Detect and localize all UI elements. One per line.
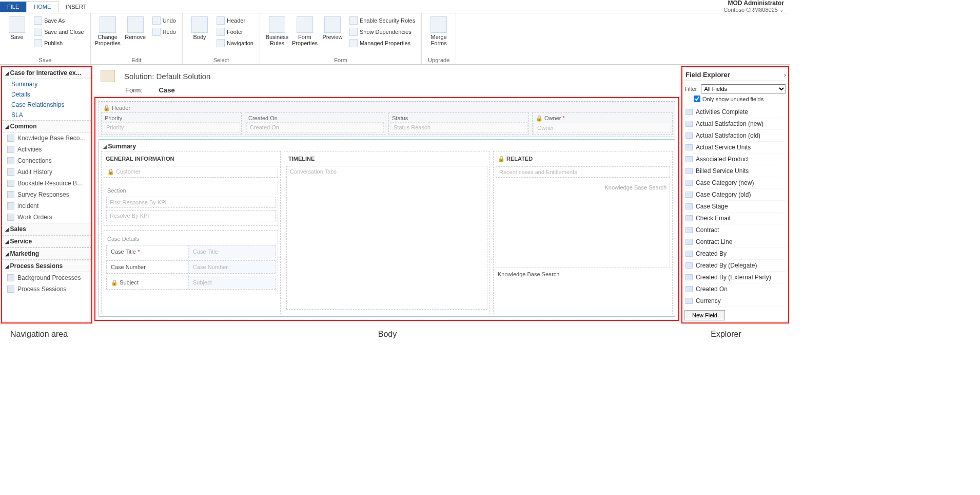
nav-item[interactable]: Work Orders (2, 212, 91, 223)
resolve-by-kpi-field[interactable]: Resolve By KPI (106, 210, 276, 221)
tab-home[interactable]: HOME (26, 1, 58, 12)
kb-search-box[interactable]: Knowledge Base Search (496, 181, 670, 268)
nav-item[interactable]: Audit History (2, 166, 91, 178)
field-item[interactable]: Associated Product (684, 154, 786, 165)
nav-item[interactable]: incident (2, 200, 91, 212)
nav-sub-item[interactable]: Case Relationships (2, 100, 91, 110)
field-item[interactable]: Created By (684, 248, 786, 260)
kpi-section[interactable]: Section First Response By KPI Resolve By… (104, 182, 278, 226)
field-item[interactable]: Currency (684, 295, 786, 307)
field-item[interactable]: Contract (684, 224, 786, 236)
preview-button[interactable]: Preview (320, 15, 345, 41)
nav-sub-item[interactable]: SLA (2, 110, 91, 120)
nav-item[interactable]: Activities (2, 144, 91, 155)
nav-item[interactable]: Connections (2, 155, 91, 166)
field-item[interactable]: Created On (684, 283, 786, 295)
case-details-section[interactable]: Case Details Case Title *Case TitleCase … (104, 230, 278, 294)
filter-select[interactable]: All Fields (701, 84, 786, 93)
header-cell[interactable]: StatusStatus Reason (388, 112, 529, 135)
only-unused-checkbox[interactable]: Only show unused fields (694, 96, 786, 102)
label-body: Body (103, 330, 672, 339)
field-item[interactable]: Case Category (old) (684, 189, 786, 201)
chevron-right-icon[interactable]: › (784, 71, 786, 79)
detail-row[interactable]: Case Title *Case Title (106, 245, 276, 258)
managed-properties-button[interactable]: Managed Properties (347, 38, 417, 48)
nav-item[interactable]: Background Processes (2, 272, 91, 283)
ribbon: Save Save As Save and Close Publish Save… (0, 13, 790, 65)
field-item[interactable]: Actual Satisfaction (new) (684, 118, 786, 130)
field-item[interactable]: Case Category (new) (684, 177, 786, 189)
body-button[interactable]: Body (187, 15, 212, 41)
nav-item[interactable]: Survey Responses (2, 189, 91, 200)
nav-item[interactable]: Knowledge Base Reco… (2, 132, 91, 144)
field-item[interactable]: Actual Satisfaction (old) (684, 130, 786, 142)
footer-button[interactable]: Footer (214, 27, 256, 37)
remove-icon (127, 16, 144, 33)
nav-common-header[interactable]: Common (2, 120, 91, 132)
field-item[interactable]: Activities Complete (684, 106, 786, 118)
nav-item[interactable]: Bookable Resource B… (2, 178, 91, 189)
nav-marketing-header[interactable]: Marketing (2, 247, 91, 260)
detail-row[interactable]: Case NumberCase Number (106, 260, 276, 274)
nav-sales-header[interactable]: Sales (2, 223, 91, 235)
top-tab-bar: FILE HOME INSERT MOD Administrator Conto… (0, 0, 790, 13)
summary-title[interactable]: Summary (101, 142, 673, 151)
label-explorer: Explorer (672, 330, 780, 339)
field-item[interactable]: Contract Line (684, 236, 786, 248)
field-item[interactable]: Billed Service Units (684, 165, 786, 177)
conversation-tabs-field[interactable]: Conversation Tabs (286, 166, 487, 310)
detail-row[interactable]: 🔒 SubjectSubject (106, 276, 276, 290)
customer-field[interactable]: 🔒 Customer (104, 166, 278, 178)
summary-tab[interactable]: Summary GENERAL INFORMATION 🔒 Customer S… (99, 139, 675, 317)
nav-item[interactable]: Process Sessions (2, 283, 91, 295)
form-properties-button[interactable]: Form Properties (292, 15, 318, 47)
enable-security-button[interactable]: Enable Security Roles (347, 15, 417, 26)
recent-cases-field[interactable]: Recent cases and Entitlements (496, 166, 670, 178)
nav-service-header[interactable]: Service (2, 235, 91, 247)
field-item[interactable]: Actual Service Units (684, 142, 786, 154)
field-icon (685, 298, 693, 304)
field-icon (685, 156, 693, 162)
header-cell[interactable]: 🔒 Owner *Owner (532, 112, 673, 135)
navigation-pane: Case for Interactive ex… SummaryDetailsC… (1, 66, 92, 323)
header-cell[interactable]: Created OnCreated On (245, 112, 385, 135)
show-dependencies-button[interactable]: Show Dependencies (347, 27, 417, 37)
field-icon (685, 262, 693, 269)
publish-button[interactable]: Publish (32, 38, 86, 48)
new-field-button[interactable]: New Field (684, 310, 725, 320)
save-as-button[interactable]: Save As (32, 15, 86, 26)
business-rules-button[interactable]: Business Rules (264, 15, 290, 47)
nav-sub-item[interactable]: Summary (2, 79, 91, 89)
header-cell[interactable]: PriorityPriority (101, 112, 242, 135)
tab-insert[interactable]: INSERT (58, 2, 93, 12)
merge-forms-button[interactable]: Merge Forms (426, 15, 452, 47)
field-item[interactable]: Check Email (684, 213, 786, 224)
field-icon (685, 239, 693, 245)
remove-button[interactable]: Remove (123, 15, 148, 41)
nav-process-header[interactable]: Process Sessions (2, 260, 91, 272)
general-info-section[interactable]: GENERAL INFORMATION 🔒 Customer Section F… (101, 151, 281, 314)
chevron-down-icon[interactable]: ⌄ (779, 7, 784, 13)
nav-sub-item[interactable]: Details (2, 89, 91, 100)
save-button[interactable]: Save (4, 15, 30, 41)
related-section[interactable]: 🔒RELATED Recent cases and Entitlements K… (493, 151, 673, 314)
undo-button[interactable]: Undo (150, 15, 178, 26)
first-response-kpi-field[interactable]: First Response By KPI (106, 197, 276, 208)
form-label: Form: (125, 86, 143, 94)
field-item[interactable]: Created By (External Party) (684, 272, 786, 283)
body-area: Solution: Default Solution Form: Case 🔒H… (94, 66, 679, 323)
header-button[interactable]: Header (214, 15, 256, 26)
tab-file[interactable]: FILE (0, 2, 26, 12)
change-properties-button[interactable]: Change Properties (95, 15, 121, 47)
field-icon (685, 180, 693, 186)
field-icon (685, 121, 693, 127)
field-item[interactable]: Created By (Delegate) (684, 260, 786, 272)
header-section[interactable]: 🔒Header PriorityPriorityCreated OnCreate… (99, 101, 675, 137)
redo-button[interactable]: Redo (150, 27, 178, 37)
lock-icon: 🔒 (111, 279, 118, 285)
navigation-button[interactable]: Navigation (214, 38, 256, 48)
save-close-button[interactable]: Save and Close (32, 27, 86, 37)
field-item[interactable]: Case Stage (684, 201, 786, 213)
timeline-section[interactable]: TIMELINE Conversation Tabs (284, 151, 490, 314)
nav-root-header[interactable]: Case for Interactive ex… (2, 67, 91, 79)
